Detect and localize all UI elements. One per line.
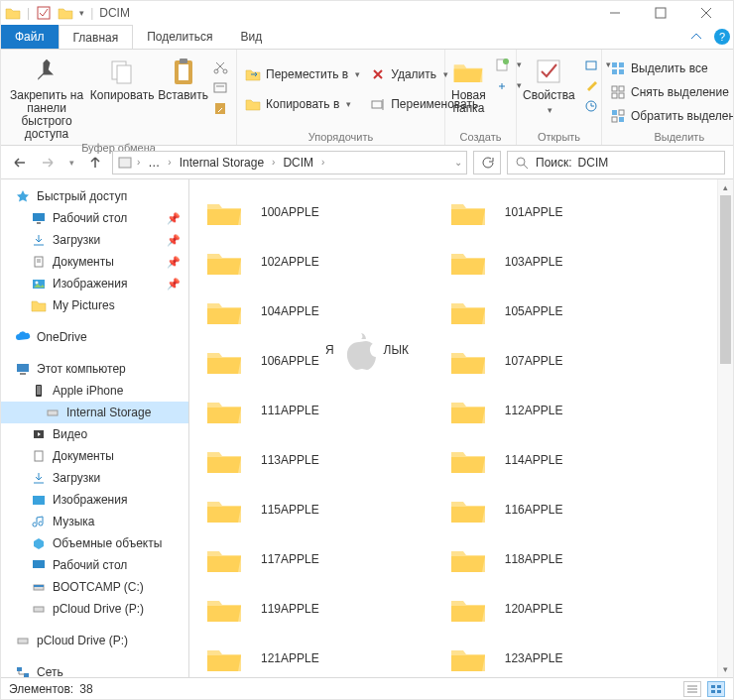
qat-dropdown-icon[interactable]: ▾ [79,8,84,18]
tree-downloads[interactable]: Загрузки📌 [1,229,188,251]
tab-share[interactable]: Поделиться [133,25,226,49]
folder-item[interactable]: 101APPLE [443,187,687,237]
tree-quick-access[interactable]: Быстрый доступ [1,185,188,207]
scroll-down-icon[interactable]: ▾ [718,661,733,677]
star-icon [15,188,31,204]
tree-music[interactable]: Музыка [1,511,188,532]
properties-button[interactable]: Свойства ▾ [523,52,575,117]
tree-pcloud2[interactable]: pCloud Drive (P:) [1,630,188,651]
svg-rect-9 [180,58,187,63]
scroll-track[interactable] [718,195,733,661]
chevron-right-icon[interactable]: › [168,157,171,168]
chevron-right-icon[interactable]: › [321,157,324,168]
copy-to-button[interactable]: Копировать в▾ [243,95,362,113]
chevron-right-icon[interactable]: › [272,157,275,168]
tree-video[interactable]: Видео [1,423,188,445]
refresh-button[interactable] [473,151,501,175]
view-details-button[interactable] [683,681,701,697]
folder-item[interactable]: 111APPLE [199,386,443,435]
tree-internal-storage[interactable]: Internal Storage [1,402,188,423]
paste-button[interactable]: Вставить [158,52,208,102]
tree-iphone[interactable]: Apple iPhone [1,380,188,402]
folder-item[interactable]: 118APPLE [443,534,687,584]
minimize-button[interactable] [592,1,638,25]
copy-button[interactable]: Копировать [92,52,152,102]
tree-network[interactable]: Сеть [1,661,188,677]
folder-item[interactable]: 107APPLE [443,336,687,386]
tree-mypictures[interactable]: My Pictures [1,294,188,316]
view-icons-button[interactable] [707,681,725,697]
folder-item[interactable]: 113APPLE [199,435,443,485]
tree-documents2[interactable]: Документы [1,445,188,467]
copy-to-icon [245,96,261,112]
breadcrumb-segment[interactable]: Internal Storage [176,156,268,170]
folder-icon [449,543,487,575]
collapse-ribbon-icon[interactable] [681,25,711,49]
select-all-button[interactable]: Выделить все [608,59,734,77]
tree-documents[interactable]: Документы📌 [1,251,188,273]
maximize-button[interactable] [638,1,683,25]
pin-to-quick-access-button[interactable]: Закрепить на панели быстрого доступа [7,52,86,141]
cut-button[interactable] [210,58,230,75]
tab-view[interactable]: Вид [226,25,276,49]
tree-this-pc[interactable]: Этот компьютер [1,358,188,380]
folder-item[interactable]: 102APPLE [199,237,443,287]
folder-item[interactable]: 119APPLE [199,584,443,634]
new-folder-button[interactable]: Новая папка [451,52,486,115]
tree-desktop[interactable]: Рабочий стол📌 [1,207,188,229]
folder-item[interactable]: 105APPLE [443,287,687,336]
folder-item[interactable]: 103APPLE [443,237,687,287]
folder-item[interactable]: 114APPLE [443,435,687,485]
tree-downloads2[interactable]: Загрузки [1,467,188,489]
folder-item[interactable]: 120APPLE [443,584,687,634]
tree-pictures2[interactable]: Изображения [1,489,188,511]
folder-item[interactable]: 115APPLE [199,485,443,534]
tree-pictures[interactable]: Изображения📌 [1,273,188,294]
folder-item[interactable]: 100APPLE [199,187,443,237]
chevron-right-icon[interactable]: › [137,157,140,168]
tree-3d[interactable]: Объемные объекты [1,532,188,554]
folder-icon [205,196,243,228]
pin-icon: 📌 [167,212,181,225]
close-button[interactable] [683,1,729,25]
qat-newfolder-icon[interactable] [58,5,73,21]
tree-bootcamp[interactable]: BOOTCAMP (C:) [1,576,188,598]
tree-desktop2[interactable]: Рабочий стол [1,554,188,576]
breadcrumb-segment[interactable]: … [144,156,164,170]
folder-item[interactable]: 106APPLE [199,336,443,386]
folder-label: 105APPLE [505,304,563,318]
svg-rect-31 [619,110,624,115]
qat-properties-icon[interactable] [36,5,52,21]
select-none-button[interactable]: Снять выделение [608,83,734,101]
up-button[interactable] [84,152,106,174]
folder-item[interactable]: 104APPLE [199,287,443,336]
svg-rect-8 [179,64,188,80]
file-grid[interactable]: 100APPLE102APPLE104APPLE106APPLE111APPLE… [189,179,717,677]
scroll-up-icon[interactable]: ▴ [718,179,733,195]
invert-selection-button[interactable]: Обратить выделение [608,107,734,125]
back-button[interactable] [9,152,31,174]
search-input[interactable]: Поиск: DCIM [507,151,725,175]
help-button[interactable]: ? [711,25,733,49]
folder-item[interactable]: 116APPLE [443,485,687,534]
tree-pcloud[interactable]: pCloud Drive (P:) [1,598,188,620]
paste-shortcut-button[interactable] [210,99,230,117]
folder-item[interactable]: 117APPLE [199,534,443,584]
forward-button[interactable] [37,152,59,174]
copy-path-button[interactable] [210,78,230,96]
folder-item[interactable]: 112APPLE [443,386,687,435]
breadcrumb-segment[interactable]: DCIM [279,156,317,170]
move-to-button[interactable]: Переместить в▾ [243,65,362,83]
folder-item[interactable]: 121APPLE [199,634,443,677]
address-dropdown-icon[interactable]: ⌄ [454,157,462,168]
tab-home[interactable]: Главная [59,25,134,49]
nav-tree[interactable]: Быстрый доступ Рабочий стол📌 Загрузки📌 Д… [1,179,189,677]
svg-rect-34 [119,158,131,168]
vertical-scrollbar[interactable]: ▴ ▾ [717,179,733,677]
scroll-thumb[interactable] [720,195,731,364]
tab-file[interactable]: Файл [1,25,59,49]
recent-locations-button[interactable]: ▾ [64,152,78,174]
folder-item[interactable]: 123APPLE [443,634,687,677]
address-bar[interactable]: › … › Internal Storage › DCIM › ⌄ [112,151,467,175]
tree-onedrive[interactable]: OneDrive [1,326,188,348]
